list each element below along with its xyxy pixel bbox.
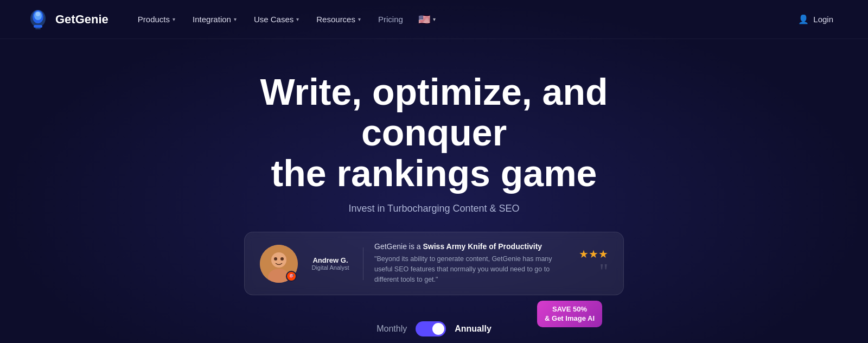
- platform-badge: 🎯: [286, 271, 297, 282]
- testimonial-content: GetGenie is a Swiss Army Knife of Produc…: [374, 242, 568, 284]
- logo-link[interactable]: GetGenie: [26, 8, 108, 31]
- svg-rect-5: [35, 28, 41, 29]
- navbar: GetGenie Products ▾ Integration ▾ Use Ca…: [0, 0, 868, 39]
- hero-section: Write, optimize, and conquer the ranking…: [0, 39, 868, 336]
- testimonial-title: GetGenie is a Swiss Army Knife of Produc…: [374, 242, 568, 251]
- testimonial-card: 🎯 Andrew G. Digital Analyst GetGenie is …: [244, 232, 624, 295]
- user-icon: 👤: [798, 14, 809, 24]
- testimonial-text: "Beyond its ability to generate content,…: [374, 254, 568, 284]
- save-badge: SAVE 50% & Get Image AI: [537, 301, 602, 328]
- login-button[interactable]: 👤 Login: [789, 10, 842, 29]
- monthly-label: Monthly: [376, 324, 407, 334]
- nav-pricing[interactable]: Pricing: [371, 10, 411, 28]
- quote-icon: ": [599, 261, 608, 282]
- chevron-down-icon: ▾: [173, 16, 175, 22]
- nav-integration[interactable]: Integration ▾: [185, 10, 244, 28]
- brand-name: GetGenie: [55, 12, 108, 27]
- divider: [363, 247, 363, 280]
- chevron-down-icon: ▾: [358, 16, 361, 22]
- svg-rect-4: [34, 25, 42, 28]
- nav-resources[interactable]: Resources ▾: [309, 10, 368, 28]
- billing-toggle[interactable]: [416, 321, 446, 336]
- chevron-down-icon: ▾: [234, 16, 237, 22]
- toggle-knob: [432, 323, 444, 335]
- svg-point-3: [36, 12, 40, 16]
- svg-point-9: [274, 257, 277, 261]
- annually-label: Annually: [455, 324, 492, 334]
- chevron-down-icon: ▾: [433, 16, 436, 22]
- nav-products[interactable]: Products ▾: [130, 10, 183, 28]
- hero-subtitle: Invest in Turbocharging Content & SEO: [348, 203, 519, 214]
- testimonial-stars: ★★★ ": [579, 247, 608, 280]
- nav-right: 👤 Login: [789, 10, 842, 29]
- nav-links: Products ▾ Integration ▾ Use Cases ▾ Res…: [130, 9, 789, 30]
- svg-point-10: [280, 257, 284, 261]
- nav-use-cases[interactable]: Use Cases ▾: [246, 10, 307, 28]
- avatar-wrap: 🎯: [260, 245, 298, 283]
- language-selector[interactable]: 🇺🇸 ▾: [413, 9, 441, 30]
- svg-point-7: [271, 252, 286, 268]
- chevron-down-icon: ▾: [296, 16, 299, 22]
- logo-icon: [26, 8, 50, 31]
- star-rating: ★★★: [579, 247, 608, 261]
- flag-icon: 🇺🇸: [418, 14, 430, 26]
- hero-title: Write, optimize, and conquer the ranking…: [190, 72, 678, 193]
- author-info: Andrew G. Digital Analyst: [309, 256, 352, 271]
- billing-toggle-section: Monthly Annually: [376, 321, 492, 336]
